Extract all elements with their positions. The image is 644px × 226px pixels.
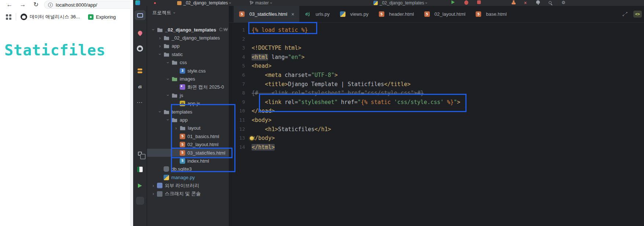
tree-item-item[interactable]: ›외부 라이브러리 <box>147 181 229 189</box>
code-line-10[interactable]: 10</head> <box>229 107 644 116</box>
chevron-open-icon[interactable]: › <box>165 76 171 82</box>
reload-icon[interactable]: ↻ <box>29 0 43 10</box>
tree-item-app[interactable]: ›app <box>147 42 229 50</box>
stop-button[interactable] <box>477 0 481 4</box>
tree-item-02-layout-html[interactable]: 502_layout.html <box>147 140 229 148</box>
tree-item-manage-py[interactable]: manage.py <box>147 173 229 181</box>
tree-item-static[interactable]: ›static <box>147 50 229 58</box>
run-button[interactable] <box>451 0 455 4</box>
tree-item-db-sqlite3[interactable]: db.sqlite3 <box>147 165 229 173</box>
tree-item-app[interactable]: ›app <box>147 116 229 124</box>
code-line-5[interactable]: 5<head> <box>229 62 644 71</box>
packages-icon <box>137 30 143 36</box>
chevron-closed-icon[interactable]: › <box>173 126 179 131</box>
project-panel-header[interactable]: 프로젝트 › <box>147 6 229 20</box>
tree-item-css[interactable]: ›css <box>147 59 229 67</box>
chevron-open-icon[interactable]: › <box>165 60 171 66</box>
tab-base-html[interactable]: 5base.html <box>470 6 511 22</box>
tab-header-html[interactable]: 5header.html <box>373 6 419 22</box>
code-line-13[interactable]: 13</body> <box>229 134 644 143</box>
more-tool-icon[interactable]: ··· <box>135 97 146 107</box>
tree-item-app-js[interactable]: JSapp.js <box>147 100 229 108</box>
run-config-widget[interactable]: _02_django_templates › <box>373 0 427 5</box>
address-text[interactable]: localhost:8000/app/ <box>56 2 97 8</box>
tree-item-js[interactable]: ›js <box>147 91 229 99</box>
address-bar[interactable]: i localhost:8000/app/ <box>44 1 133 9</box>
tab-02-layout-html[interactable]: 502_layout.html <box>419 6 471 22</box>
line-number: 8 <box>229 89 245 98</box>
tree-item-02-django-templates[interactable]: ›_02_django_templates <box>147 34 229 42</box>
chevron-open-icon[interactable]: › <box>151 27 156 33</box>
tree-item-item[interactable]: ›스크래치 및 콘솔 <box>147 190 229 198</box>
tree-item-03-staticfiles-html[interactable]: 503_staticfiles.html <box>147 149 229 157</box>
database-tool-icon[interactable]: di <box>135 82 146 92</box>
folder-icon <box>164 52 169 57</box>
close-tab-icon[interactable]: × <box>291 12 294 17</box>
code-token: " <box>454 99 457 105</box>
tree-item-style-css[interactable]: 3style.css <box>147 67 229 75</box>
debug-button[interactable] <box>464 0 468 5</box>
code-editor[interactable]: 1{% load static %}23<!DOCTYPE html>4<htm… <box>229 23 644 226</box>
code-line-12[interactable]: 12 <h1>Staticfiles</h1> <box>229 125 644 134</box>
tab-urls-py[interactable]: djurls.py <box>299 6 334 22</box>
run-tool-icon[interactable] <box>135 181 146 190</box>
code-line-8[interactable]: 8{# <link rel="stylesheet" href="css/sty… <box>229 89 644 98</box>
close-preview-icon[interactable]: × <box>524 0 527 5</box>
chevron-open-icon[interactable]: › <box>165 92 171 98</box>
packages-tool-icon[interactable] <box>135 28 146 38</box>
project-widget[interactable]: _02_django_templates › <box>177 0 231 5</box>
code-view-icon[interactable]: <> <box>633 11 642 18</box>
folder-icon <box>164 110 169 114</box>
code-line-11[interactable]: 11<body> <box>229 116 644 125</box>
forward-icon[interactable]: → <box>16 0 29 10</box>
back-icon[interactable]: ← <box>3 0 16 10</box>
chevron-open-icon[interactable]: › <box>157 109 162 115</box>
search-icon[interactable] <box>549 1 552 4</box>
tree-item-index-html[interactable]: 5index.html <box>147 157 229 165</box>
code-line-7[interactable]: 7 <title>Django Template | Staticfiles</… <box>229 80 644 89</box>
chevron-open-icon[interactable]: › <box>157 51 162 57</box>
project-tool-icon[interactable] <box>135 10 146 20</box>
tree-item-images[interactable]: ›images <box>147 75 229 83</box>
settings-gear-icon[interactable]: ⚙ <box>561 0 566 5</box>
code-token <box>281 72 285 78</box>
tree-item-templates[interactable]: ›templates <box>147 108 229 116</box>
tree-item-2025-0[interactable]: 화면 캡처 2025-0 <box>147 83 229 91</box>
sheets-tool-icon[interactable] <box>135 164 146 174</box>
code-line-2[interactable]: 2 <box>229 35 644 44</box>
html-file-icon: 5 <box>180 150 185 156</box>
chevron-closed-icon[interactable]: › <box>157 36 163 41</box>
browser-scrollbar[interactable] <box>130 10 133 226</box>
tab-views-py[interactable]: views.py <box>334 6 373 22</box>
chevron-closed-icon[interactable]: › <box>150 191 156 196</box>
services-tool-icon[interactable] <box>135 149 146 159</box>
code-token: = <box>285 54 288 60</box>
code-line-3[interactable]: 3<!DOCTYPE html> <box>229 44 644 53</box>
tab-03-staticfiles-html[interactable]: 503_staticfiles.html× <box>234 6 299 22</box>
profile-icon[interactable] <box>512 0 516 4</box>
site-info-icon[interactable]: i <box>48 3 53 7</box>
tab-label: 02_layout.html <box>435 11 466 17</box>
git-branch-widget[interactable]: master › <box>250 0 272 5</box>
commit-tool-icon[interactable] <box>135 64 146 74</box>
bookmark-exploring[interactable]: Exploring <box>88 14 116 20</box>
code-text: {# <link rel="stylesheet" href="css/styl… <box>245 89 424 98</box>
code-line-6[interactable]: 6 <meta charset="UTF-8"> <box>229 71 644 80</box>
chevron-closed-icon[interactable]: › <box>150 183 156 188</box>
tree-item-01-basics-html[interactable]: 501_basics.html <box>147 132 229 140</box>
code-line-1[interactable]: 1{% load static %} <box>229 26 644 35</box>
tree-item-02-django-templates[interactable]: ›_02_django_templatesC:₩ <box>147 26 229 34</box>
screenshot-stage: ← → ↻ i localhost:8000/app/ 데이터 애널리시스 36… <box>0 0 644 226</box>
tree-item-layout[interactable]: ›layout <box>147 124 229 132</box>
chevron-open-icon[interactable]: › <box>165 117 171 123</box>
code-line-9[interactable]: 9 <link rel="stylesheet" href="{% static… <box>229 98 644 107</box>
bookmark-github[interactable]: 데이터 애널리시스 36... <box>21 14 80 20</box>
apps-grid-icon[interactable] <box>6 14 11 20</box>
notifications-bell-icon[interactable] <box>536 0 540 4</box>
code-line-14[interactable]: 14</html> <box>229 143 644 152</box>
chevron-closed-icon[interactable]: › <box>157 44 163 49</box>
github-tool-icon[interactable] <box>135 44 146 53</box>
expand-editor-icon[interactable]: ↗↙ <box>622 11 628 17</box>
terminal-tool-icon[interactable] <box>135 196 146 205</box>
code-line-4[interactable]: 4<html lang="en"> <box>229 53 644 62</box>
